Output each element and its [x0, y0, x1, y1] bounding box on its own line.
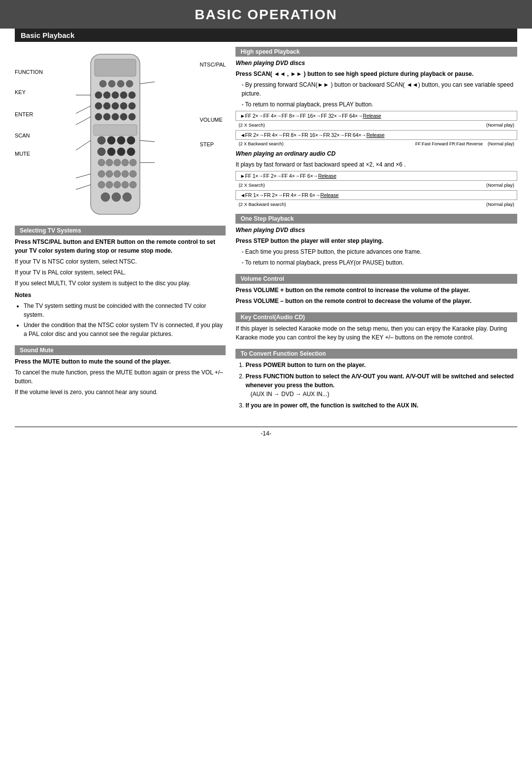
mute-text1: To cancel the mute function, press the M…	[15, 368, 226, 386]
dvd-discs-label: When playing DVD discs	[235, 59, 517, 67]
svg-point-26	[98, 148, 105, 156]
svg-point-40	[98, 181, 105, 188]
svg-point-5	[126, 80, 133, 87]
svg-point-33	[122, 159, 129, 166]
one-step-header: One Step Playback	[235, 214, 517, 224]
label-step: STEP	[200, 141, 226, 147]
svg-rect-21	[94, 125, 137, 135]
notes-list: The TV system setting must be coincided …	[15, 301, 226, 338]
svg-point-2	[100, 80, 106, 87]
label-ntsc-pal: NTSC/PAL	[200, 62, 226, 67]
section-header: Basic Playback	[15, 29, 517, 42]
svg-point-32	[114, 159, 121, 166]
svg-point-36	[106, 170, 113, 177]
svg-point-20	[129, 113, 135, 120]
fr-chain-dvd: ◄FR 2×→FR 4×→FR 8×→FR 16×→FR 32×→FR 64×→…	[235, 130, 517, 146]
svg-point-38	[122, 170, 129, 177]
svg-point-28	[117, 148, 125, 156]
pal-text: If your TV is PAL color system, select P…	[15, 268, 226, 277]
left-column: FUNCTION KEY ENTER SCAN MUTE	[15, 47, 226, 417]
step-desc1: Each time you press STEP button, the pic…	[235, 247, 517, 256]
volume-text1: Press VOLUME + button on the remote cont…	[235, 286, 517, 295]
svg-point-47	[123, 193, 132, 201]
convert-item-2-sub: (AUX IN → DVD → AUX IN...)	[245, 391, 329, 398]
svg-point-11	[95, 102, 102, 109]
svg-point-23	[107, 136, 115, 144]
svg-point-9	[120, 92, 127, 99]
volume-control-header: Volume Control	[235, 274, 517, 284]
svg-line-55	[140, 140, 155, 143]
svg-point-34	[130, 159, 136, 166]
mute-bold: Press the MUTE button to mute the sound …	[15, 357, 226, 366]
label-scan: SCAN	[15, 130, 43, 141]
high-speed-header: High speed Playback	[235, 47, 517, 57]
svg-point-27	[107, 148, 115, 156]
step-desc2: To return to normal playback, press PLAY…	[235, 258, 517, 267]
svg-point-16	[95, 113, 102, 120]
label-enter: ENTER	[15, 109, 43, 120]
svg-point-15	[129, 102, 135, 109]
convert-item-2: Press FUNCTION button to select the A/V-…	[245, 372, 517, 399]
selecting-tv-bold: Press NTSC/PAL button and ENTER button o…	[15, 237, 226, 255]
convert-function-header: To Convert Function Selection	[235, 349, 517, 359]
convert-function-list: Press POWER button to turn on the player…	[235, 361, 517, 410]
svg-point-31	[106, 159, 113, 166]
ntsc-text: If your TV is NTSC color system, select …	[15, 257, 226, 266]
svg-point-8	[112, 92, 119, 99]
one-step-section: One Step Playback When playing DVD discs…	[235, 214, 517, 267]
svg-point-44	[130, 181, 136, 188]
svg-point-25	[127, 136, 135, 144]
mute-text2: If the volume level is zero, you cannot …	[15, 388, 226, 397]
label-mute: MUTE	[15, 148, 43, 160]
svg-line-51	[76, 140, 91, 155]
step-bold: Press STEP button the player will enter …	[235, 236, 517, 245]
svg-point-39	[130, 170, 136, 177]
selecting-tv-section: Selecting TV Systems Press NTSC/PAL butt…	[15, 226, 226, 338]
sound-mute-header: Sound Mute	[15, 345, 226, 355]
key-control-text: If this player is selected Karaoke mode …	[235, 324, 517, 342]
svg-point-7	[103, 92, 110, 99]
svg-point-13	[112, 102, 119, 109]
note-2: Under the condition that the NTSC color …	[24, 321, 226, 338]
sound-mute-section: Sound Mute Press the MUTE button to mute…	[15, 345, 226, 397]
convert-function-section: To Convert Function Selection Press POWE…	[235, 349, 517, 410]
svg-point-22	[98, 136, 105, 144]
scan-desc1: By pressing forward SCAN(►► ) button or …	[235, 80, 517, 98]
convert-item-1: Press POWER button to turn on the player…	[245, 361, 517, 369]
cd-text: It plays by fast forward or fast backwar…	[235, 160, 517, 169]
svg-line-53	[76, 185, 91, 193]
svg-point-43	[122, 181, 129, 188]
scan-bold: Press SCAN( ◄◄ , ►► ) button to see high…	[235, 69, 517, 78]
remote-illustration: FUNCTION KEY ENTER SCAN MUTE	[15, 52, 226, 221]
scan-desc2: To return to normal playback, press PLAY…	[235, 100, 517, 109]
ff-chain-cd: ►FF 1×→FF 2×→FF 4×→FF 6×→Release (2 X Se…	[235, 171, 517, 188]
svg-rect-1	[95, 59, 136, 76]
svg-point-17	[103, 113, 110, 120]
ff-chain-dvd: ►FF 2×→FF 4×→FF 8×→FF 16×→FF 32×→FF 64×→…	[235, 111, 517, 128]
svg-point-37	[114, 170, 121, 177]
high-speed-section: High speed Playback When playing DVD dis…	[235, 47, 517, 207]
multi-text: If you select MULTI, TV color system is …	[15, 279, 226, 288]
note-1: The TV system setting must be coincided …	[24, 301, 226, 319]
svg-point-45	[101, 193, 110, 201]
page-number: -14-	[15, 430, 517, 437]
one-step-dvd-label: When playing DVD discs	[235, 226, 517, 234]
notes-title: Notes	[15, 291, 226, 300]
label-key: KEY	[15, 87, 43, 98]
key-control-header: Key Control(Audio CD)	[235, 312, 517, 322]
svg-point-30	[98, 159, 105, 166]
svg-point-14	[120, 102, 127, 109]
svg-point-24	[117, 136, 125, 144]
volume-control-section: Volume Control Press VOLUME + button on …	[235, 274, 517, 305]
remote-svg	[76, 52, 165, 221]
label-volume: VOLUME	[200, 117, 226, 123]
svg-point-6	[95, 92, 102, 99]
svg-point-46	[112, 193, 121, 201]
svg-point-12	[103, 102, 110, 109]
cd-subheader: When playing an ordinary audio CD	[235, 149, 517, 158]
svg-point-19	[120, 113, 127, 120]
fr-chain-cd: ◄FR 1×→FR 2×→FR 4×→FR 6×→Release (2 X Ba…	[235, 190, 517, 207]
svg-line-49	[76, 106, 91, 120]
svg-point-41	[106, 181, 113, 188]
selecting-tv-header: Selecting TV Systems	[15, 226, 226, 235]
